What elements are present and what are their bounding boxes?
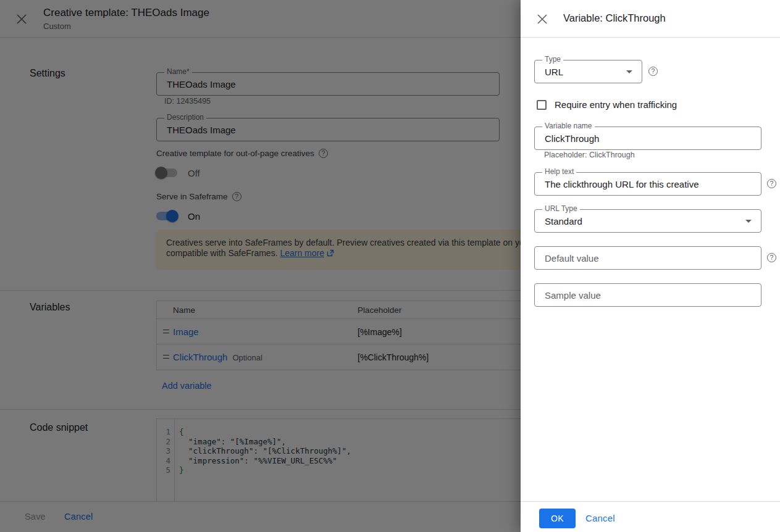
panel-header: Variable: ClickThrough [521,0,780,38]
variable-name-label: Variable name [542,122,595,130]
require-entry-label: Require entry when trafficking [555,99,677,110]
type-select-value: URL [545,67,563,77]
url-type-value: Standard [545,216,582,227]
variable-name-field[interactable]: Variable name ClickThrough [534,127,761,150]
variable-edit-panel: Variable: ClickThrough Type URL Require … [521,0,780,532]
placeholder-helper: Placeholder: ClickThrough [544,151,635,159]
help-text-label: Help text [542,167,576,176]
type-select[interactable]: Type URL [534,60,642,83]
panel-title: Variable: ClickThrough [563,12,666,24]
screen: Creative template: THEOads Image Custom … [0,0,780,532]
help-icon[interactable] [648,67,658,76]
ok-button[interactable]: OK [539,509,576,528]
default-value-placeholder: Default value [545,253,599,264]
cancel-button[interactable]: Cancel [585,513,615,523]
chevron-down-icon [745,220,752,223]
help-text-field[interactable]: Help text The clickthrough URL for this … [534,172,761,196]
help-icon[interactable] [767,253,776,262]
require-entry-checkbox[interactable] [537,100,547,110]
default-value-field[interactable]: Default value [534,246,761,270]
close-icon[interactable] [537,14,548,25]
sample-value-placeholder: Sample value [545,290,601,301]
variable-name-value: ClickThrough [545,133,599,144]
sample-value-field[interactable]: Sample value [534,283,761,307]
type-select-label: Type [542,55,563,64]
help-text-value: The clickthrough URL for this creative [545,179,699,189]
url-type-label: URL Type [542,204,580,213]
help-icon[interactable] [767,179,776,188]
url-type-select[interactable]: URL Type Standard [534,209,761,233]
require-entry-row: Require entry when trafficking [537,99,677,110]
panel-action-bar: OK Cancel [521,501,780,532]
chevron-down-icon [626,70,632,73]
